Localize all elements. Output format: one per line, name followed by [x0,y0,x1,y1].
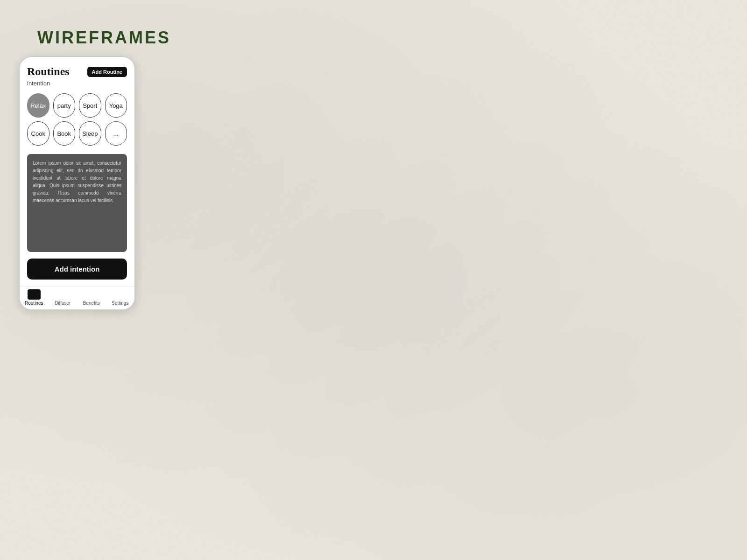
diffuser-icon [56,289,69,300]
description-box: Lorem ipsum dolor sit amet, consectetur … [27,154,127,252]
settings-icon [113,289,127,300]
tag-book[interactable]: Book [53,121,76,146]
page-title: WIREFRAMES [37,28,171,48]
routines-icon [28,289,41,300]
tag-yoga[interactable]: Yoga [105,93,127,118]
nav-item-diffuser[interactable]: Diffuser [49,289,78,306]
tag-party[interactable]: party [53,93,76,118]
benefits-icon [85,289,98,300]
tag-relax[interactable]: Relax [27,93,49,118]
bottom-nav: Routines Diffuser Benefits Settings [20,286,134,309]
intention-label: intention [27,80,127,87]
add-routine-button[interactable]: Add Routine [87,67,127,77]
tag-cook[interactable]: Cook [27,121,49,146]
tag-sport[interactable]: Sport [79,93,101,118]
tags-grid: Relax party Sport Yoga Cook Book Sleep [27,93,127,146]
phone-frame: Routines Add Routine intention Relax par… [19,56,135,310]
nav-item-benefits[interactable]: Benefits [77,289,106,306]
phone-content: Routines Add Routine intention Relax par… [20,57,134,286]
nav-item-routines[interactable]: Routines [20,289,49,306]
routines-header: Routines Add Routine [27,65,127,78]
description-text: Lorem ipsum dolor sit amet, consectetur … [33,160,121,204]
add-intention-button[interactable]: Add intention [27,259,127,280]
nav-item-settings[interactable]: Settings [106,289,135,306]
routines-title: Routines [27,65,70,78]
tag-more[interactable]: ... [105,121,127,146]
tag-sleep[interactable]: Sleep [79,121,101,146]
